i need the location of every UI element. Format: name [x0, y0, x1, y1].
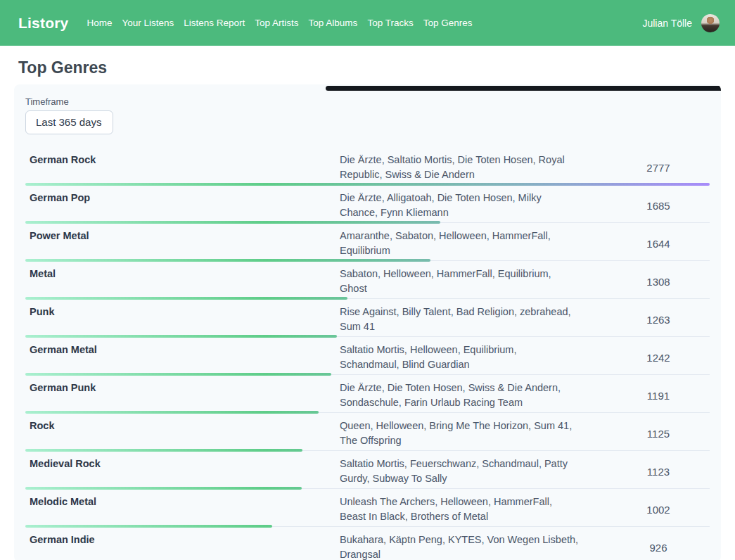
nav-link-top-tracks[interactable]: Top Tracks — [367, 18, 413, 28]
nav-link-top-albums[interactable]: Top Albums — [309, 18, 358, 28]
user-name[interactable]: Julian Tölle — [642, 18, 692, 29]
genre-name: Power Metal — [25, 229, 340, 258]
listen-count: 1263 — [579, 314, 710, 326]
genre-name: German Indie — [25, 533, 340, 560]
listen-count: 1242 — [579, 352, 710, 364]
genre-name: German Metal — [25, 343, 340, 372]
artists-list: Amaranthe, Sabaton, Helloween, HammerFal… — [340, 229, 579, 258]
artists-list: Die Ärzte, Alligatoah, Die Toten Hosen, … — [340, 191, 579, 220]
genre-row: German Metal Saltatio Mortis, Helloween,… — [25, 337, 710, 375]
listen-count: 1002 — [579, 504, 710, 516]
genre-row: Power Metal Amaranthe, Sabaton, Hellowee… — [25, 223, 710, 261]
nav-link-top-artists[interactable]: Top Artists — [255, 18, 298, 28]
artists-list: Bukahara, Käptn Peng, KYTES, Von Wegen L… — [340, 533, 579, 560]
genre-row: German Indie Bukahara, Käptn Peng, KYTES… — [25, 527, 710, 560]
listen-count: 1123 — [579, 466, 710, 478]
genre-row: Metal Sabaton, Helloween, HammerFall, Eq… — [25, 261, 710, 299]
genre-listens-bar — [25, 183, 710, 186]
genre-table: German Rock Die Ärzte, Saltatio Mortis, … — [25, 147, 710, 560]
genre-listens-bar — [25, 373, 331, 376]
artists-list: Queen, Helloween, Bring Me The Horizon, … — [340, 419, 579, 448]
nav-links: HomeYour ListensListens ReportTop Artist… — [87, 18, 472, 28]
genre-name: Rock — [25, 419, 340, 448]
genre-row: German Punk Die Ärzte, Die Toten Hosen, … — [25, 375, 710, 413]
artists-list: Saltatio Mortis, Helloween, Equilibrium,… — [340, 343, 579, 372]
nav-link-listens-report[interactable]: Listens Report — [184, 18, 245, 28]
nav-link-top-genres[interactable]: Top Genres — [423, 18, 473, 28]
genre-listens-bar — [25, 525, 272, 528]
listen-count: 1308 — [579, 276, 710, 288]
app-logo[interactable]: Listory — [18, 15, 68, 32]
top-genres-card: Timeframe Last 365 days German Rock Die … — [14, 84, 721, 560]
genre-row: Melodic Metal Unleash The Archers, Hello… — [25, 489, 710, 527]
artists-list: Die Ärzte, Saltatio Mortis, Die Toten Ho… — [340, 153, 579, 182]
artists-list: Sabaton, Helloween, HammerFall, Equilibr… — [340, 267, 579, 296]
listen-count: 1685 — [579, 200, 710, 212]
nav-link-home[interactable]: Home — [87, 18, 112, 28]
page-title: Top Genres — [18, 58, 717, 77]
genre-name: German Rock — [25, 153, 340, 182]
listen-count: 1191 — [579, 390, 710, 402]
listen-count: 1644 — [579, 238, 710, 250]
horizontal-scrollbar-thumb[interactable] — [326, 86, 721, 91]
timeframe-label: Timeframe — [25, 96, 710, 107]
genre-name: Metal — [25, 267, 340, 296]
artists-list: Die Ärzte, Die Toten Hosen, Swiss & Die … — [340, 381, 579, 410]
genre-row: Medieval Rock Saltatio Mortis, Feuerschw… — [25, 451, 710, 489]
genre-row: Rock Queen, Helloween, Bring Me The Hori… — [25, 413, 710, 451]
genre-row: German Rock Die Ärzte, Saltatio Mortis, … — [25, 147, 710, 185]
genre-listens-bar — [25, 297, 347, 300]
genre-name: Melodic Metal — [25, 495, 340, 524]
listen-count: 926 — [579, 542, 710, 554]
top-navbar: Listory HomeYour ListensListens ReportTo… — [0, 0, 735, 46]
nav-link-your-listens[interactable]: Your Listens — [122, 18, 174, 28]
artists-list: Saltatio Mortis, Feuerschwanz, Schandmau… — [340, 457, 579, 486]
genre-listens-bar — [25, 221, 440, 224]
genre-row: Punk Rise Against, Billy Talent, Bad Rel… — [25, 299, 710, 337]
listen-count: 1125 — [579, 428, 710, 440]
genre-name: Medieval Rock — [25, 457, 340, 486]
genre-row: German Pop Die Ärzte, Alligatoah, Die To… — [25, 185, 710, 223]
genre-listens-bar — [25, 449, 302, 452]
listen-count: 2777 — [579, 162, 710, 174]
genre-name: German Punk — [25, 381, 340, 410]
genre-listens-bar — [25, 335, 337, 338]
genre-listens-bar — [25, 411, 319, 414]
genre-listens-bar — [25, 259, 430, 262]
artists-list: Unleash The Archers, Helloween, HammerFa… — [340, 495, 579, 524]
artists-list: Rise Against, Billy Talent, Bad Religion… — [340, 305, 579, 334]
genre-name: Punk — [25, 305, 340, 334]
user-avatar[interactable] — [701, 14, 720, 32]
genre-listens-bar — [25, 487, 302, 490]
genre-name: German Pop — [25, 191, 340, 220]
timeframe-select[interactable]: Last 365 days — [25, 110, 113, 134]
